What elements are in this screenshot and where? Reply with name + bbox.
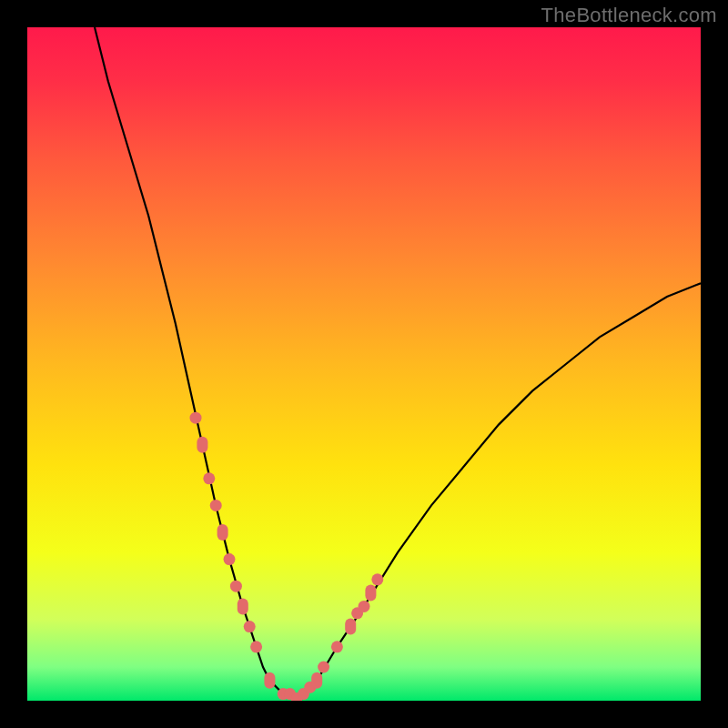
watermark-text: TheBottleneck.com: [541, 4, 717, 27]
data-point: [331, 641, 343, 652]
data-point: [224, 553, 236, 565]
data-point: [359, 601, 370, 612]
data-point: [250, 641, 262, 652]
bottleneck-curve: [95, 27, 701, 701]
data-point: [197, 437, 207, 453]
data-point: [230, 581, 242, 592]
data-point: [190, 412, 202, 424]
data-point: [311, 672, 322, 689]
data-point: [365, 585, 376, 602]
chart-frame: TheBottleneck.com: [0, 0, 728, 728]
data-point: [264, 672, 275, 689]
data-point: [217, 524, 228, 541]
plot-area: [27, 27, 701, 701]
data-point: [203, 472, 215, 484]
data-point: [318, 662, 329, 673]
data-point: [371, 573, 383, 585]
curve-layer: [27, 27, 701, 701]
data-point: [244, 621, 256, 632]
data-point: [345, 619, 356, 635]
data-point-group: [190, 412, 384, 701]
data-point: [238, 598, 248, 614]
data-point: [210, 500, 222, 511]
